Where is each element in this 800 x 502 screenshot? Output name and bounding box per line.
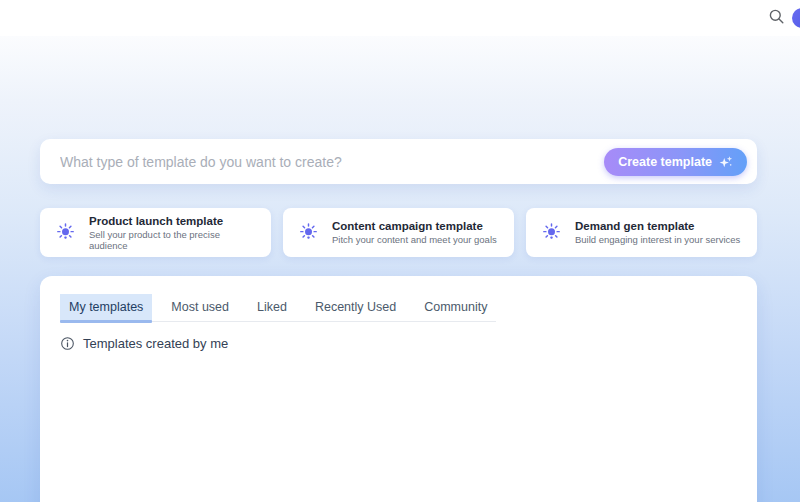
card-product-launch[interactable]: Product launch template Sell your produc… <box>40 208 271 257</box>
card-subtitle: Sell your product to the precise audienc… <box>89 229 259 251</box>
prompt-input[interactable] <box>60 154 604 170</box>
lightbulb-icon <box>298 222 319 243</box>
lightbulb-icon <box>541 222 562 243</box>
top-bar <box>0 0 800 36</box>
suggestion-cards: Product launch template Sell your produc… <box>40 208 757 257</box>
card-demand-gen[interactable]: Demand gen template Build engaging inter… <box>526 208 757 257</box>
app-window: Create template <box>0 0 800 502</box>
tab-most-used[interactable]: Most used <box>162 294 238 321</box>
card-subtitle: Pitch your content and meet your goals <box>332 234 497 245</box>
create-template-label: Create template <box>618 155 712 169</box>
empty-state-label: Templates created by me <box>83 336 228 351</box>
card-content-campaign[interactable]: Content campaign template Pitch your con… <box>283 208 514 257</box>
card-title: Demand gen template <box>575 220 740 232</box>
page-background: Create template <box>0 36 800 502</box>
tab-community[interactable]: Community <box>415 294 496 321</box>
tab-my-templates[interactable]: My templates <box>60 294 152 321</box>
tabs-bar: My templates Most used Liked Recently Us… <box>60 294 496 322</box>
templates-panel: My templates Most used Liked Recently Us… <box>40 276 757 502</box>
tab-recently-used[interactable]: Recently Used <box>306 294 405 321</box>
card-title: Product launch template <box>89 215 259 227</box>
composer-panel: Create template <box>40 139 757 184</box>
sparkles-icon <box>719 155 733 169</box>
avatar[interactable] <box>792 8 800 28</box>
tab-liked[interactable]: Liked <box>248 294 296 321</box>
card-title: Content campaign template <box>332 220 497 232</box>
create-template-button[interactable]: Create template <box>604 148 747 176</box>
card-subtitle: Build engaging interest in your services <box>575 234 740 245</box>
empty-state: Templates created by me <box>60 336 737 351</box>
lightbulb-icon <box>55 222 76 243</box>
search-icon[interactable] <box>769 9 784 24</box>
info-icon <box>60 336 75 351</box>
